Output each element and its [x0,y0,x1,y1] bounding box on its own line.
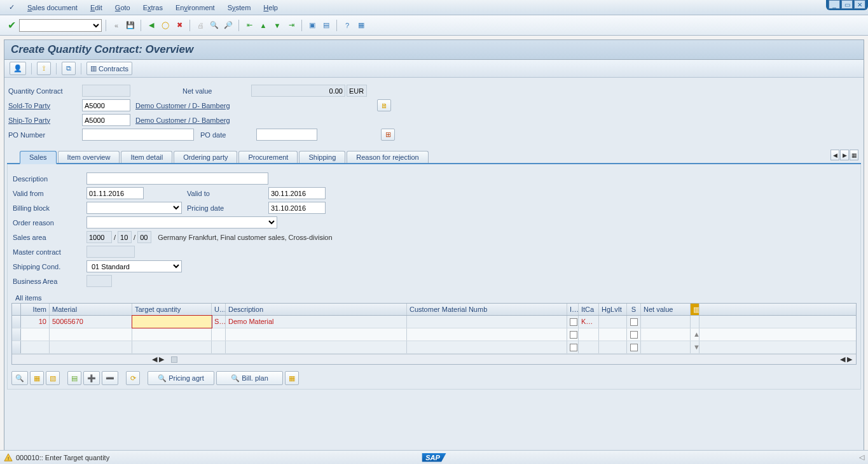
display-doc-flow-icon[interactable]: ⟟ [37,62,51,75]
order-reason-field[interactable] [86,216,277,228]
table-row[interactable]: ▲ [12,328,856,341]
col-customer-material[interactable]: Customer Material Numb [407,304,567,315]
save-icon[interactable]: 💾 [124,19,137,32]
delete-row-icon[interactable]: ➖ [102,371,118,385]
tab-item-detail[interactable]: Item detail [121,151,172,163]
pricing-agreement-button[interactable]: 🔍Pricing agrt [148,371,214,385]
bill-plan-button[interactable]: 🔍Bill. plan [216,371,283,385]
menu-sales-document[interactable]: Sales document [21,1,84,14]
row-selector[interactable] [12,316,21,328]
enter-icon[interactable]: ✔ [5,19,18,32]
refresh-icon[interactable]: ⟳ [126,371,140,385]
col-item[interactable]: Item [21,304,50,315]
menu-environment[interactable]: Environment [169,1,221,14]
cell-netvalue[interactable] [641,316,691,328]
sold-to-field[interactable] [82,99,130,111]
address-icon[interactable]: 🗎 [377,99,391,111]
ship-to-text[interactable]: Demo Customer / D- Bamberg [135,116,377,124]
sold-to-label[interactable]: Sold-To Party [7,102,82,109]
col-s[interactable]: S [627,304,641,315]
cell-hglvit[interactable] [599,316,627,328]
tab-shipping[interactable]: Shipping [299,151,345,163]
col-hglvit[interactable]: HgLvIt [599,304,627,315]
cell-uom[interactable]: ST [212,316,226,328]
new-session-icon[interactable]: ▣ [306,19,319,32]
shipping-cond-field[interactable]: 01 Standard [86,260,182,272]
cell-s[interactable] [627,316,641,328]
prev-page-icon[interactable]: ▲ [257,19,270,32]
menu-system[interactable]: System [221,1,258,14]
first-page-icon[interactable]: ⇤ [243,19,256,32]
tab-item-overview[interactable]: Item overview [58,151,120,163]
tab-list-icon[interactable]: ▦ [850,150,858,160]
minimize-icon[interactable]: _ [829,0,840,9]
cell-i[interactable] [567,316,579,328]
cell-target-qty[interactable] [132,316,212,328]
shortcut-icon[interactable]: ▤ [320,19,333,32]
copy-icon[interactable]: ⧉ [62,62,76,75]
row-selector[interactable] [12,341,21,353]
layout-icon[interactable]: ▦ [355,19,368,32]
cell-customer-material[interactable] [407,316,567,328]
quantity-contract-field[interactable] [82,85,130,97]
po-number-field[interactable] [82,129,194,141]
col-i[interactable]: I... [567,304,579,315]
row-selector[interactable] [12,328,21,341]
col-netvalue[interactable]: Net value [641,304,691,315]
ship-to-label[interactable]: Ship-To Party [7,116,82,124]
description-field[interactable] [86,172,268,185]
maximize-icon[interactable]: ▭ [841,0,853,9]
col-material[interactable]: Material [50,304,132,315]
find-icon[interactable]: 🔍 [208,19,221,32]
col-target-qty[interactable]: Target quantity [132,304,212,315]
tab-scroll-left-icon[interactable]: ◀ [830,150,839,160]
tab-sales[interactable]: Sales [20,151,57,164]
select-all-icon[interactable]: ▦ [30,371,44,385]
propose-icon[interactable]: ▤ [67,371,81,385]
menu-goto[interactable]: Goto [109,1,137,14]
help-icon[interactable]: ? [341,19,354,32]
back-green-icon[interactable]: ◀ [145,19,158,32]
col-itca[interactable]: ItCa [579,304,599,315]
billing-block-field[interactable] [86,202,182,214]
next-page-icon[interactable]: ▼ [271,19,284,32]
grid-hscroll[interactable]: ◀ ▶ ◀ ▶ [12,354,856,364]
cell-description[interactable]: Demo Material [226,316,407,328]
cell-item[interactable]: 10 [21,316,50,328]
col-description[interactable]: Description [226,304,407,315]
ship-to-field[interactable] [82,114,130,126]
cancel-icon[interactable]: ✖ [173,19,186,32]
back-icon[interactable]: « [110,19,123,32]
table-row[interactable]: ▼ [12,341,856,354]
cell-material[interactable]: 50065670 [50,316,132,328]
cell-itca[interactable]: KMN [579,316,599,328]
close-icon[interactable]: ✕ [854,0,865,9]
insert-row-icon[interactable]: ➕ [83,371,100,385]
last-page-icon[interactable]: ⇥ [285,19,298,32]
pricing-date-field[interactable] [268,202,326,214]
menu-extras[interactable]: Extras [137,1,169,14]
valid-to-field[interactable] [268,187,326,199]
col-uom[interactable]: U... [212,304,226,315]
table-row[interactable]: 10 50065670 ST Demo Material KMN [12,316,856,328]
command-field[interactable] [19,19,102,32]
tab-procurement[interactable]: Procurement [238,151,298,163]
status-expand-icon[interactable]: ◁ [859,453,864,461]
exit-icon[interactable]: ◯ [159,19,172,32]
menu-edit[interactable]: Edit [84,1,109,14]
deselect-all-icon[interactable]: ▧ [46,371,60,385]
col-config-icon[interactable]: ▥ [691,304,699,315]
calendar-icon[interactable]: ▦ [285,371,299,385]
po-search-icon[interactable]: ⊞ [381,129,395,141]
print-icon[interactable]: 🖨 [194,19,207,32]
menu-help[interactable]: Help [257,1,284,14]
tab-ordering-party[interactable]: Ordering party [174,151,237,163]
display-header-icon[interactable]: 👤 [10,62,26,75]
sold-to-text[interactable]: Demo Customer / D- Bamberg [135,102,377,109]
tab-reason-rejection[interactable]: Reason for rejection [347,151,428,163]
valid-from-field[interactable] [86,187,144,199]
contracts-button[interactable]: ▥Contracts [86,62,132,75]
tab-scroll-right-icon[interactable]: ▶ [840,150,849,160]
detail-icon[interactable]: 🔍 [11,371,28,385]
findnext-icon[interactable]: 🔎 [222,19,235,32]
